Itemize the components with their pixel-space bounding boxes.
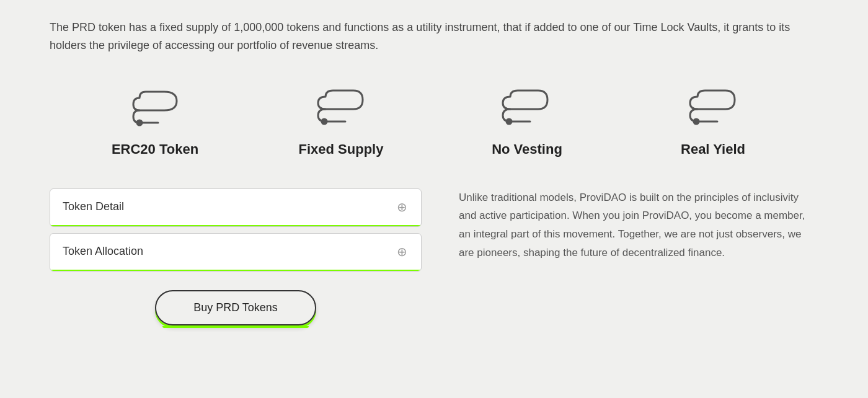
token-allocation-expand-icon: ⊕	[395, 245, 409, 259]
token-allocation-header[interactable]: Token Allocation ⊕	[50, 234, 421, 271]
svg-point-0	[137, 120, 142, 125]
buy-button-container: Buy PRD Tokens	[50, 290, 422, 325]
bottom-section: Token Detail ⊕ Token Allocation ⊕ Buy PR…	[50, 188, 818, 325]
svg-point-2	[507, 119, 512, 124]
real-yield-icon	[685, 86, 741, 129]
no-vesting-label: No Vesting	[492, 141, 562, 157]
token-detail-accordion[interactable]: Token Detail ⊕	[50, 188, 422, 227]
token-detail-expand-icon: ⊕	[395, 200, 409, 214]
intro-paragraph: The PRD token has a fixed supply of 1,00…	[50, 19, 818, 55]
fixed-supply-icon	[313, 86, 369, 129]
erc20-label: ERC20 Token	[112, 141, 198, 157]
token-detail-header[interactable]: Token Detail ⊕	[50, 189, 421, 226]
token-detail-title: Token Detail	[63, 200, 124, 213]
fixed-supply-label: Fixed Supply	[299, 141, 384, 157]
feature-real-yield: Real Yield	[620, 86, 806, 157]
real-yield-label: Real Yield	[681, 141, 745, 157]
right-panel: Unlike traditional models, ProviDAO is b…	[459, 188, 818, 262]
token-allocation-accordion[interactable]: Token Allocation ⊕	[50, 233, 422, 272]
feature-fixed-supply: Fixed Supply	[248, 86, 434, 157]
features-row: ERC20 Token Fixed Supply No Vesting	[50, 86, 818, 157]
buy-prd-tokens-button[interactable]: Buy PRD Tokens	[155, 290, 316, 325]
feature-no-vesting: No Vesting	[434, 86, 620, 157]
no-vesting-icon	[499, 86, 555, 129]
right-panel-text: Unlike traditional models, ProviDAO is b…	[459, 188, 818, 262]
svg-point-3	[694, 119, 699, 124]
erc20-icon	[127, 86, 183, 129]
page-container: The PRD token has a fixed supply of 1,00…	[0, 0, 868, 344]
token-allocation-title: Token Allocation	[63, 245, 143, 258]
svg-point-1	[322, 119, 327, 124]
feature-erc20: ERC20 Token	[62, 86, 248, 157]
left-panel: Token Detail ⊕ Token Allocation ⊕ Buy PR…	[50, 188, 422, 325]
